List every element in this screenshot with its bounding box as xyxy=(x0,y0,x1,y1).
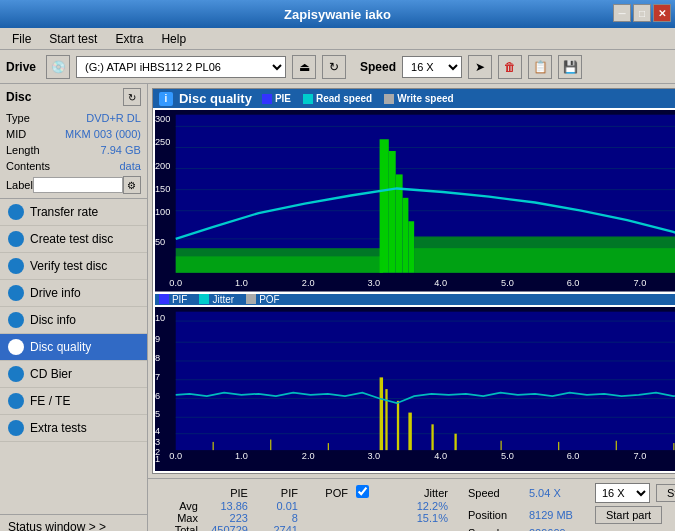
sidebar-item-disc-info[interactable]: Disc info xyxy=(0,307,147,334)
read-legend-label: Read speed xyxy=(316,93,372,104)
content-area: i Disc quality PIE Read speed Write spee… xyxy=(148,84,675,531)
disc-header: Disc ↻ xyxy=(6,88,141,106)
disc-label-settings-button[interactable]: ⚙ xyxy=(123,176,141,194)
transfer-rate-icon xyxy=(8,204,24,220)
title-bar: Zapisywanie iako ─ □ ✕ xyxy=(0,0,675,28)
col-header-jitter: Jitter xyxy=(406,485,456,500)
drive-label: Drive xyxy=(6,60,36,74)
drive-info-icon xyxy=(8,285,24,301)
sidebar-item-disc-quality[interactable]: Disc quality xyxy=(0,334,147,361)
status-window-label: Status window > > xyxy=(8,520,106,531)
svg-rect-64 xyxy=(385,389,387,450)
total-label: Total xyxy=(156,524,206,531)
save-button[interactable]: 💾 xyxy=(558,55,582,79)
start-part-button[interactable]: Start part xyxy=(595,506,662,524)
menu-file[interactable]: File xyxy=(4,30,39,48)
jitter-checkbox[interactable] xyxy=(356,485,369,498)
refresh-drive-button[interactable]: ↻ xyxy=(322,55,346,79)
start-full-button[interactable]: Start full xyxy=(656,484,675,502)
main-layout: Disc ↻ Type DVD+R DL MID MKM 003 (000) L… xyxy=(0,84,675,531)
test-speed-select[interactable]: 16 X xyxy=(595,483,650,503)
type-label: Type xyxy=(6,110,30,126)
copy-button[interactable]: 📋 xyxy=(528,55,552,79)
minimize-button[interactable]: ─ xyxy=(613,4,631,22)
menu-help[interactable]: Help xyxy=(153,30,194,48)
svg-text:5.0: 5.0 xyxy=(501,451,514,461)
sidebar-item-verify-test-disc[interactable]: Verify test disc xyxy=(0,253,147,280)
samples-row: Samples 229609 xyxy=(468,527,675,531)
charts-wrapper: 300 250 200 150 100 50 24X 20X 16X 12X 8… xyxy=(153,108,675,470)
menu-extra[interactable]: Extra xyxy=(107,30,151,48)
sidebar-item-transfer-rate[interactable]: Transfer rate xyxy=(0,199,147,226)
legend-pif: PIF xyxy=(159,294,188,305)
extra-tests-label: Extra tests xyxy=(30,421,87,435)
read-swatch xyxy=(303,94,313,104)
svg-rect-72 xyxy=(500,440,501,449)
arrow-button[interactable]: ➤ xyxy=(468,55,492,79)
stats-avg-row: Avg 13.86 0.01 12.2% xyxy=(156,500,456,512)
sidebar-item-extra-tests[interactable]: Extra tests xyxy=(0,415,147,442)
disc-refresh-button[interactable]: ↻ xyxy=(123,88,141,106)
chart-legend-1: PIE Read speed Write speed xyxy=(262,93,454,104)
status-window-item[interactable]: Status window > > xyxy=(0,515,147,531)
nav-items: Transfer rate Create test disc Verify te… xyxy=(0,199,147,442)
pof-legend-label: POF xyxy=(259,294,280,305)
verify-test-disc-label: Verify test disc xyxy=(30,259,107,273)
chart-title-icon: i xyxy=(159,92,173,106)
speed-select[interactable]: 16 X xyxy=(402,56,462,78)
sidebar-item-cd-bier[interactable]: CD Bier xyxy=(0,361,147,388)
app-title: Zapisywanie iako xyxy=(284,7,391,22)
svg-text:100: 100 xyxy=(155,207,170,217)
disc-info-icon xyxy=(8,312,24,328)
avg-jitter: 12.2% xyxy=(406,500,456,512)
legend-read: Read speed xyxy=(303,93,372,104)
cd-bier-icon xyxy=(8,366,24,382)
disc-quality-icon xyxy=(8,339,24,355)
drive-icon[interactable]: 💿 xyxy=(46,55,70,79)
maximize-button[interactable]: □ xyxy=(633,4,651,22)
svg-text:0.0: 0.0 xyxy=(169,278,182,288)
chart-title: Disc quality xyxy=(179,91,252,106)
svg-rect-71 xyxy=(328,443,329,450)
upper-chart: 300 250 200 150 100 50 24X 20X 16X 12X 8… xyxy=(155,110,675,292)
col-header-pof: POF xyxy=(306,485,356,500)
disc-label-key: Label xyxy=(6,179,33,191)
pif-swatch xyxy=(159,294,169,304)
status-bottom: Status window > > xyxy=(0,514,147,531)
avg-label: Avg xyxy=(156,500,206,512)
samples-key: Samples xyxy=(468,527,523,531)
erase-button[interactable]: 🗑 xyxy=(498,55,522,79)
svg-text:4.0: 4.0 xyxy=(434,451,447,461)
disc-label-input[interactable] xyxy=(33,177,123,193)
extra-tests-icon xyxy=(8,420,24,436)
disc-label-row: Label ⚙ xyxy=(6,176,141,194)
stats-right-panel: Speed 5.04 X 16 X Start full Position 81… xyxy=(468,483,675,531)
max-jitter: 15.1% xyxy=(406,512,456,524)
sidebar-item-drive-info[interactable]: Drive info xyxy=(0,280,147,307)
eject-button[interactable]: ⏏ xyxy=(292,55,316,79)
sidebar: Disc ↻ Type DVD+R DL MID MKM 003 (000) L… xyxy=(0,84,148,531)
upper-chart-svg: 300 250 200 150 100 50 24X 20X 16X 12X 8… xyxy=(155,110,675,292)
col-header-pie: PIE xyxy=(206,485,256,500)
svg-text:7.0: 7.0 xyxy=(633,451,646,461)
svg-rect-63 xyxy=(380,377,383,450)
drive-select[interactable]: (G:) ATAPI iHBS112 2 PL06 xyxy=(76,56,286,78)
legend-pof: POF xyxy=(246,294,280,305)
pie-legend-label: PIE xyxy=(275,93,291,104)
close-button[interactable]: ✕ xyxy=(653,4,671,22)
avg-pof xyxy=(306,500,356,512)
svg-rect-55 xyxy=(176,311,675,449)
speed-key: Speed xyxy=(468,487,523,499)
svg-rect-21 xyxy=(380,139,389,273)
max-pof xyxy=(306,512,356,524)
svg-text:200: 200 xyxy=(155,160,170,170)
sidebar-item-fe-te[interactable]: FE / TE xyxy=(0,388,147,415)
pof-swatch xyxy=(246,294,256,304)
svg-text:9: 9 xyxy=(155,334,160,344)
disc-type-row: Type DVD+R DL xyxy=(6,110,141,126)
max-pie: 223 xyxy=(206,512,256,524)
stats-table: PIE PIF POF Jitter Avg 13.86 0.01 xyxy=(156,485,456,531)
sidebar-item-create-test-disc[interactable]: Create test disc xyxy=(0,226,147,253)
menu-start-test[interactable]: Start test xyxy=(41,30,105,48)
svg-text:150: 150 xyxy=(155,184,170,194)
